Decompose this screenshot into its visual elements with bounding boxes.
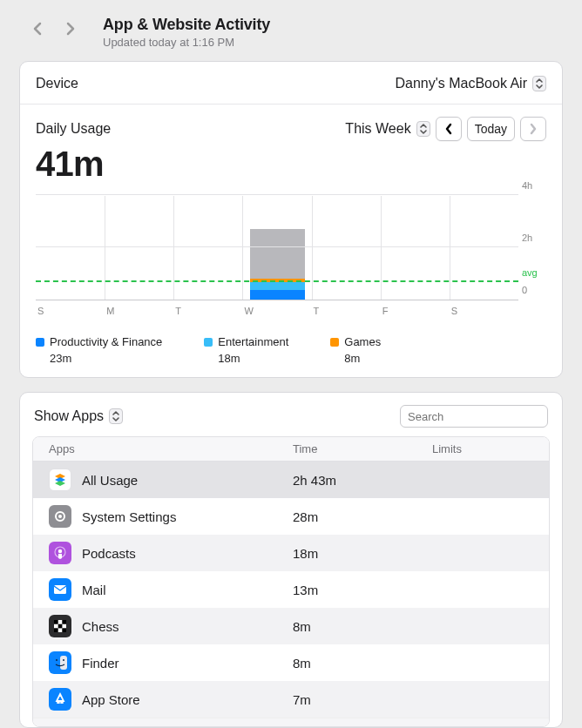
- chart-x-tick: W: [242, 306, 311, 316]
- legend-swatch: [330, 338, 339, 347]
- app-icon: [49, 578, 71, 601]
- app-time: 8m: [277, 656, 416, 671]
- next-period-button[interactable]: [520, 117, 546, 141]
- apps-table-header: Apps Time Limits: [33, 437, 549, 462]
- table-row[interactable]: System Settings28m: [33, 498, 549, 535]
- legend-value: 23m: [50, 352, 162, 365]
- app-name: System Settings: [82, 509, 176, 524]
- time-range-value: This Week: [345, 121, 410, 137]
- search-field[interactable]: [400, 405, 548, 428]
- app-time: 28m: [277, 509, 416, 524]
- search-input[interactable]: [408, 410, 554, 423]
- svg-point-2: [58, 515, 62, 518]
- app-time: 13m: [277, 583, 416, 597]
- divider: [20, 104, 562, 104]
- page-title: App & Website Activity: [103, 16, 270, 34]
- legend-value: 18m: [218, 352, 288, 365]
- back-button[interactable]: [24, 16, 51, 42]
- app-name: All Usage: [82, 473, 138, 488]
- chart-avg-line: [36, 280, 518, 282]
- chevron-updown-icon: [416, 121, 430, 137]
- table-row[interactable]: Finder8m: [33, 644, 549, 681]
- col-limits[interactable]: Limits: [416, 437, 549, 461]
- col-time[interactable]: Time: [277, 437, 416, 461]
- apps-panel: Show Apps Apps Time Limits All Usage2h 4…: [19, 392, 563, 728]
- chart-x-tick: T: [312, 306, 381, 316]
- device-selector[interactable]: Danny's MacBook Air: [395, 76, 546, 91]
- app-icon: [49, 468, 71, 491]
- chart-x-tick: S: [450, 306, 518, 316]
- chart-x-tick: T: [173, 306, 242, 316]
- window-toolbar: App & Website Activity Updated today at …: [0, 0, 582, 57]
- app-icon: [49, 651, 71, 674]
- svg-rect-8: [62, 620, 66, 624]
- show-apps-label: Show Apps: [34, 408, 104, 424]
- table-row[interactable]: Podcasts18m: [33, 535, 549, 571]
- table-overflow-hint: [33, 718, 549, 726]
- svg-point-15: [63, 659, 64, 661]
- svg-rect-13: [60, 656, 67, 670]
- daily-usage-label: Daily Usage: [36, 121, 111, 137]
- time-range-selector[interactable]: This Week: [345, 121, 430, 137]
- svg-point-3: [58, 549, 62, 553]
- page-subtitle: Updated today at 1:16 PM: [103, 36, 270, 49]
- app-icon: [49, 542, 71, 564]
- legend-item: Games8m: [330, 335, 381, 365]
- app-name: Chess: [82, 619, 119, 634]
- legend-swatch: [204, 338, 213, 347]
- prev-period-button[interactable]: [436, 117, 462, 141]
- svg-rect-10: [54, 628, 58, 632]
- chart-x-tick: S: [36, 306, 105, 316]
- show-apps-selector[interactable]: Show Apps: [34, 408, 123, 424]
- app-name: Mail: [82, 583, 106, 597]
- app-icon: [49, 615, 71, 637]
- legend-item: Productivity & Finance23m: [36, 335, 162, 365]
- legend-swatch: [36, 338, 44, 347]
- usage-legend: Productivity & Finance23mEntertainment18…: [36, 335, 546, 365]
- today-button-label: Today: [475, 122, 507, 136]
- app-time: 7m: [277, 692, 416, 707]
- today-button[interactable]: Today: [467, 117, 515, 141]
- chart-x-tick: M: [105, 306, 173, 316]
- app-time: 18m: [277, 546, 416, 561]
- app-name: Podcasts: [82, 546, 136, 561]
- app-time: 8m: [277, 619, 416, 634]
- col-apps[interactable]: Apps: [33, 437, 277, 461]
- forward-button[interactable]: [58, 16, 84, 42]
- svg-point-14: [56, 659, 58, 661]
- app-time: 2h 43m: [277, 473, 416, 488]
- legend-item: Entertainment18m: [204, 335, 288, 365]
- legend-label: Entertainment: [218, 335, 288, 348]
- svg-rect-11: [62, 628, 66, 632]
- table-row[interactable]: Mail13m: [33, 571, 549, 608]
- app-icon: [49, 505, 71, 528]
- usage-chart: 4h2h0avg SMTWTFS: [36, 196, 546, 300]
- legend-value: 8m: [344, 352, 381, 365]
- chart-y-tick: 4h: [522, 180, 532, 191]
- chevron-updown-icon: [532, 76, 546, 91]
- table-row[interactable]: All Usage2h 43m: [33, 462, 549, 498]
- apps-table: Apps Time Limits All Usage2h 43mSystem S…: [32, 436, 550, 727]
- daily-usage-total: 41m: [36, 145, 546, 184]
- app-name: App Store: [82, 692, 140, 707]
- chart-y-tick: 0: [522, 285, 527, 295]
- svg-rect-9: [58, 624, 63, 629]
- svg-rect-5: [54, 585, 66, 594]
- app-name: Finder: [82, 656, 119, 671]
- device-value: Danny's MacBook Air: [395, 76, 527, 91]
- chart-avg-label: avg: [522, 267, 538, 278]
- app-icon: [49, 688, 71, 711]
- chart-y-tick: 2h: [522, 233, 532, 243]
- table-row[interactable]: App Store7m: [33, 681, 549, 718]
- table-row[interactable]: Chess8m: [33, 608, 549, 644]
- usage-panel: Device Danny's MacBook Air Daily Usage T…: [19, 61, 563, 378]
- chart-x-tick: F: [381, 306, 450, 316]
- device-label: Device: [36, 76, 78, 91]
- chevron-updown-icon: [109, 408, 123, 424]
- legend-label: Games: [344, 335, 381, 348]
- legend-label: Productivity & Finance: [50, 335, 162, 348]
- svg-rect-7: [54, 620, 58, 624]
